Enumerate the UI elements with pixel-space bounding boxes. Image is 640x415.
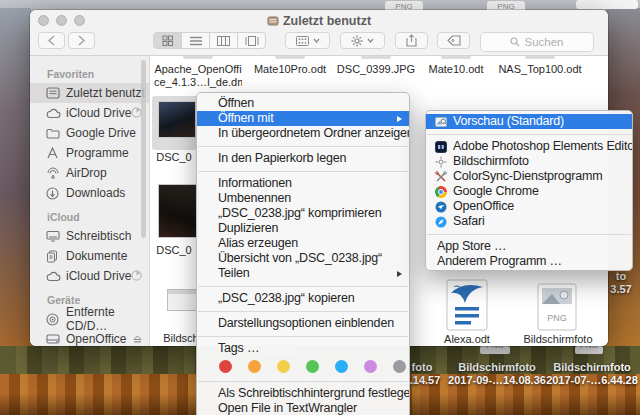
cloud-icon — [46, 106, 61, 120]
forward-button[interactable] — [68, 32, 95, 49]
tag-dot-purple[interactable] — [364, 360, 377, 373]
tags-button[interactable] — [437, 32, 470, 49]
file-mate10-odt[interactable]: Mate10.odt — [412, 63, 500, 76]
eject-icon[interactable] — [133, 335, 142, 343]
menu-item-open[interactable]: Öffnen — [197, 96, 409, 111]
desktop-label-bildschirmfoto[interactable]: Bildschirmfoto 2017-07-…6.44.28 — [542, 361, 640, 386]
back-button[interactable] — [38, 32, 65, 49]
submenu-item-adobe-pse[interactable]: Adobe Photoshop Elements Editor — [426, 139, 632, 154]
file-dsc-thumbnail[interactable] — [158, 184, 200, 238]
tag-dot-red[interactable] — [219, 360, 232, 373]
sidebar-item-downloads[interactable]: Downloads — [30, 183, 149, 203]
recents-icon — [46, 86, 61, 100]
menu-item-show-in-enclosing-folder[interactable]: In übergeordnetem Ordner anzeigen — [197, 126, 409, 141]
submenu-item-openoffice[interactable]: OpenOffice — [426, 199, 632, 214]
menu-item-make-alias[interactable]: Alias erzeugen — [197, 236, 409, 251]
safari-app-icon — [435, 216, 447, 228]
disc-icon — [46, 312, 61, 326]
external-drive-icon — [46, 332, 61, 346]
documents-icon — [46, 249, 61, 263]
view-columns-button[interactable] — [209, 32, 238, 49]
sidebar-item-zuletzt-benutzt[interactable]: Zuletzt benutzt — [30, 83, 149, 103]
screenshot-app-icon — [435, 156, 447, 168]
sidebar-item-airdrop[interactable]: AirDrop — [30, 163, 149, 183]
sidebar-item-entfernte-cd[interactable]: Entfernte CD/D… — [30, 309, 149, 329]
submenu-item-google-chrome[interactable]: Google Chrome — [426, 184, 632, 199]
window-title-row: Zuletzt benutzt — [30, 13, 608, 29]
share-button[interactable] — [395, 32, 428, 49]
page-title: Zuletzt benutzt — [283, 14, 371, 28]
file-bildschirmfoto-label-line2: 2017-09-…12.41.39 — [503, 345, 608, 346]
menu-item-set-desktop-picture[interactable]: Als Schreibtischhintergrund festlegen — [197, 386, 409, 401]
menu-item-share[interactable]: Teilen — [197, 266, 409, 281]
sidebar-item-programme[interactable]: Programme — [30, 143, 149, 163]
submenu-item-app-store[interactable]: App Store … — [426, 239, 632, 254]
sidebar: Favoriten Zuletzt benutzt iCloud Drive G… — [30, 56, 150, 346]
sidebar-item-icloud-drive-2[interactable]: iCloud Drive — [30, 266, 149, 286]
menu-item-open-in-textwrangler[interactable]: Open File in TextWrangler — [197, 401, 409, 415]
gear-icon — [351, 35, 363, 47]
action-gear-button[interactable] — [340, 32, 385, 49]
menu-item-quick-look[interactable]: Übersicht von „DSC_0238.jpg“ — [197, 251, 409, 266]
sidebar-item-openoffice-volume[interactable]: OpenOffice — [30, 329, 149, 346]
file-mate10pro-odt[interactable]: Mate10Pro.odt — [246, 63, 334, 76]
menu-item-get-info[interactable]: Informationen — [197, 176, 409, 191]
submenu-item-vorschau[interactable]: Vorschau (Standard) — [426, 114, 632, 129]
sidebar-item-schreibtisch[interactable]: Schreibtisch — [30, 226, 149, 246]
file-dsc-label: DSC_0 — [151, 244, 197, 257]
tag-dot-blue[interactable] — [335, 360, 348, 373]
menu-item-copy[interactable]: „DSC_0238.jpg“ kopieren — [197, 291, 409, 306]
menu-item-move-to-trash[interactable]: In den Papierkorb legen — [197, 151, 409, 166]
view-list-button[interactable] — [181, 32, 210, 49]
desktop-icon-png-badge[interactable]: PNG — [480, 346, 510, 354]
desktop-label-fragment[interactable]: to 3.57 — [604, 270, 638, 295]
downloads-icon — [46, 186, 61, 200]
menu-item-compress[interactable]: „DSC_0238.jpg“ komprimieren — [197, 206, 409, 221]
view-gallery-button[interactable] — [237, 32, 266, 49]
menu-item-show-view-options[interactable]: Darstellungsoptionen einblenden — [197, 316, 409, 331]
menu-separator — [198, 171, 408, 172]
file-dsc0238-thumbnail[interactable] — [158, 101, 196, 138]
file-nas-top100-odt[interactable]: NAS_Top100.odt — [496, 63, 584, 76]
menu-item-rename[interactable]: Umbenennen — [197, 191, 409, 206]
colorsync-app-icon — [435, 171, 447, 183]
desktop-icon — [46, 229, 61, 243]
menu-separator — [198, 336, 408, 337]
sidebar-item-google-drive[interactable]: Google Drive — [30, 123, 149, 143]
group-by-button[interactable] — [285, 32, 330, 49]
tag-dot-gray[interactable] — [393, 360, 406, 373]
file-screenshot-thumbnail[interactable] — [167, 289, 197, 311]
file-icon-bottom-fragment — [441, 56, 471, 59]
tag-dot-orange[interactable] — [248, 360, 261, 373]
submenu-item-bildschirmfoto[interactable]: Bildschirmfoto — [426, 154, 632, 169]
file-icon-bottom-fragment — [183, 56, 213, 59]
menu-item-open-with[interactable]: Öffnen mit — [197, 111, 409, 126]
menu-item-tags[interactable]: Tags … — [197, 341, 409, 356]
view-icons-button[interactable] — [153, 32, 182, 49]
desktop-icon-png-badge[interactable]: PNG — [575, 346, 603, 354]
menu-separator — [198, 311, 408, 312]
submenu-item-other-program[interactable]: Anderem Programm … — [426, 254, 632, 269]
sync-progress-icon — [131, 270, 142, 281]
sidebar-item-dokumente[interactable]: Dokumente — [30, 246, 149, 266]
odt-document-icon — [443, 279, 491, 331]
desktop-icon-fragment[interactable] — [576, 0, 638, 9]
menu-item-duplicate[interactable]: Duplizieren — [197, 221, 409, 236]
sidebar-section-favorites: Favoriten — [47, 68, 149, 81]
search-icon — [510, 37, 520, 47]
sidebar-scrollbar[interactable] — [141, 60, 146, 238]
search-input[interactable]: Suchen — [480, 32, 594, 52]
file-dsc0399-jpg[interactable]: DSC_0399.JPG — [332, 63, 420, 76]
tag-dot-yellow[interactable] — [277, 360, 290, 373]
tag-dot-green[interactable] — [306, 360, 319, 373]
desktop-label-bildschirmfoto[interactable]: Bildschirmfoto 2017-09-…14.08.36 — [447, 361, 547, 386]
openoffice-app-icon — [435, 201, 447, 213]
submenu-item-safari[interactable]: Safari — [426, 214, 632, 229]
submenu-item-colorsync[interactable]: ColorSync-Dienstprogramm — [426, 169, 632, 184]
chevron-down-icon — [313, 38, 320, 43]
file-dsc0238-label: DSC_0 — [151, 151, 197, 164]
folder-icon — [46, 126, 61, 140]
file-icon-bottom-fragment — [361, 56, 391, 59]
file-apache-dmg[interactable]: Apache_OpenOffi ce_4.1.3…l_de.dmg — [154, 63, 242, 89]
sidebar-item-icloud-drive[interactable]: iCloud Drive — [30, 103, 149, 123]
